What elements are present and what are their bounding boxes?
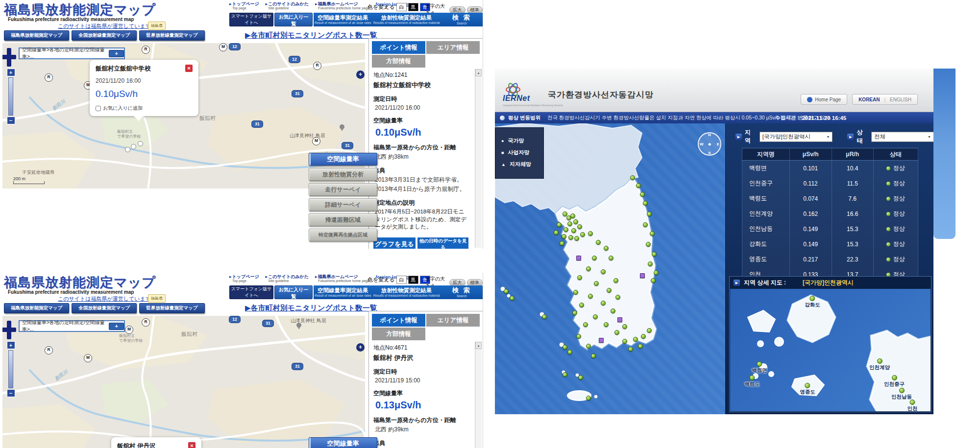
national-station-marker[interactable] xyxy=(504,289,509,294)
national-station-marker[interactable] xyxy=(567,221,572,226)
zoom-out-button[interactable]: − xyxy=(7,389,15,397)
national-station-marker[interactable] xyxy=(601,269,606,274)
view-graph-button[interactable]: グラフを見る xyxy=(373,237,416,249)
national-station-marker[interactable] xyxy=(577,224,582,229)
operator-station-marker[interactable] xyxy=(640,273,645,278)
national-station-marker[interactable] xyxy=(571,228,576,233)
national-station-marker[interactable] xyxy=(583,322,588,327)
operator-station-marker[interactable] xyxy=(617,317,622,322)
tab-district-info[interactable]: 方部情報 xyxy=(372,55,425,68)
national-station-marker[interactable] xyxy=(604,246,609,251)
zoom-in-button[interactable]: + xyxy=(7,341,15,349)
layer-button-5[interactable]: 帰還困難区域 xyxy=(309,213,377,226)
layer-button-1[interactable]: 空間線量率 xyxy=(309,153,377,165)
color-black-button[interactable]: 黒 xyxy=(408,3,418,11)
national-station-marker[interactable] xyxy=(588,294,593,299)
scroll-up-icon[interactable]: ▲ xyxy=(475,342,482,349)
map-switch-tab-1[interactable]: 福島県放射能測定マップ xyxy=(4,303,69,313)
national-station-marker[interactable] xyxy=(640,192,645,197)
zoom-slider[interactable] xyxy=(8,350,13,388)
marker-cluster-icon[interactable]: + xyxy=(356,343,365,352)
color-white-button[interactable]: 白 xyxy=(396,276,407,284)
national-station-marker[interactable] xyxy=(614,330,619,335)
layer-button-6[interactable]: 特定復興再生拠点区域 xyxy=(309,229,377,241)
menu-search[interactable]: 検 索Search xyxy=(441,285,483,299)
map-switch-tab-3[interactable]: 世界放射線量測定マップ xyxy=(139,303,204,313)
color-white-button[interactable]: 白 xyxy=(396,3,407,11)
national-station-marker[interactable] xyxy=(586,396,591,401)
nav-site-guide[interactable]: このサイトのみかたSite guideline xyxy=(266,274,309,283)
layer-button-4[interactable]: 詳細サーベイ xyxy=(309,198,377,211)
map-canvas[interactable]: + − 空間線量率>各地の定時測定/空間線量率>... + 新田川 山津見神社 … xyxy=(2,316,365,448)
national-station-marker[interactable] xyxy=(542,314,547,319)
national-station-marker[interactable] xyxy=(596,240,601,245)
operator-link[interactable]: このサイトは福島県が運営しています xyxy=(58,295,151,303)
map-switch-tab-1[interactable]: 福島県放射能測定マップ xyxy=(4,30,69,41)
legend-operator[interactable]: ■사업자망 xyxy=(501,149,543,156)
national-station-marker[interactable] xyxy=(579,303,584,307)
national-station-marker[interactable] xyxy=(594,281,599,286)
national-station-marker[interactable] xyxy=(557,222,562,227)
national-station-marker[interactable] xyxy=(586,344,591,349)
smartphone-site-button[interactable]: スマートフォン版サイトへ xyxy=(229,285,273,299)
other-datetime-button[interactable]: 他の日時のデータを見る xyxy=(417,237,468,249)
legend-local[interactable]: ▲지자체망 xyxy=(501,161,543,168)
national-station-marker[interactable] xyxy=(601,301,606,306)
lang-korean[interactable]: KOREAN xyxy=(858,97,880,102)
detail-place[interactable]: 강화도 xyxy=(805,296,820,308)
national-station-marker[interactable] xyxy=(586,266,591,271)
national-station-marker[interactable] xyxy=(604,322,609,327)
national-station-marker[interactable] xyxy=(562,234,566,239)
zoom-in-button[interactable]: + xyxy=(7,69,15,76)
national-station-marker[interactable] xyxy=(647,328,652,333)
monitoring-post-link[interactable]: ▶各市町村別モニタリングポスト数一覧 xyxy=(245,304,377,313)
marker-cluster-icon[interactable]: + xyxy=(356,71,365,79)
national-station-marker[interactable] xyxy=(560,241,564,246)
operator-station-marker[interactable] xyxy=(599,338,604,343)
lang-english[interactable]: ENGLISH xyxy=(890,97,911,102)
national-station-marker[interactable] xyxy=(573,290,578,295)
national-station-marker[interactable] xyxy=(592,256,597,260)
map-switch-tab-2[interactable]: 全国放射線量測定マップ xyxy=(72,30,137,41)
detail-place[interactable]: 인천중구 xyxy=(884,375,905,388)
status-select[interactable]: 전체▼ xyxy=(871,132,933,142)
close-icon[interactable]: × xyxy=(188,442,196,448)
monitoring-point-marker[interactable] xyxy=(125,147,130,152)
language-switch-button[interactable]: KOREAN|ENGLISH xyxy=(852,94,918,105)
nav-pref-home[interactable]: 福島県ホームページFukushima prefecture home page xyxy=(315,1,369,10)
national-station-marker[interactable] xyxy=(563,345,567,350)
detail-place[interactable]: 인천 xyxy=(907,400,918,411)
menu-air-dose[interactable]: 空間線量率測定結果Result of measurement of air do… xyxy=(314,13,372,26)
national-station-marker[interactable] xyxy=(613,278,618,283)
home-page-button[interactable]: Home Page xyxy=(801,94,847,105)
smartphone-site-button[interactable]: スマートフォン版サイトへ xyxy=(229,13,273,26)
menu-search[interactable]: 検 索Search xyxy=(441,13,483,26)
national-station-marker[interactable] xyxy=(647,212,652,216)
national-station-marker[interactable] xyxy=(646,242,651,247)
national-station-marker[interactable] xyxy=(650,231,655,236)
favorite-checkbox[interactable] xyxy=(96,106,101,111)
national-station-marker[interactable] xyxy=(578,375,583,380)
nav-pref-home[interactable]: 福島県ホームページFukushima prefecture home page xyxy=(315,274,369,283)
national-station-marker[interactable] xyxy=(652,252,657,257)
layer-button-3[interactable]: 走行サーベイ xyxy=(309,183,377,196)
scroll-up-icon[interactable]: ▲ xyxy=(475,69,482,76)
national-station-marker[interactable] xyxy=(633,337,638,342)
national-station-marker[interactable] xyxy=(636,183,641,188)
legend-national[interactable]: ●국가망 xyxy=(501,137,543,144)
national-station-marker[interactable] xyxy=(510,296,514,301)
national-station-marker[interactable] xyxy=(564,227,568,232)
national-station-marker[interactable] xyxy=(651,278,656,283)
national-station-marker[interactable] xyxy=(643,201,648,206)
region-select[interactable]: [국가망]인천광역시▼ xyxy=(760,132,833,142)
national-station-marker[interactable] xyxy=(580,232,585,237)
national-station-marker[interactable] xyxy=(615,295,620,300)
panel-scrollbar[interactable]: ▲ xyxy=(475,342,482,448)
tab-area-info[interactable]: エリア情報 xyxy=(426,41,480,54)
tab-point-info[interactable]: ポイント情報 xyxy=(372,314,425,327)
layer-button-2[interactable]: 放射性物質分析 xyxy=(309,168,377,181)
favorites-list-button[interactable]: お気に入り一覧 xyxy=(274,13,313,26)
tab-district-info[interactable]: 方部情報 xyxy=(372,328,425,340)
national-station-marker[interactable] xyxy=(643,222,648,227)
close-icon[interactable]: × xyxy=(185,65,193,72)
